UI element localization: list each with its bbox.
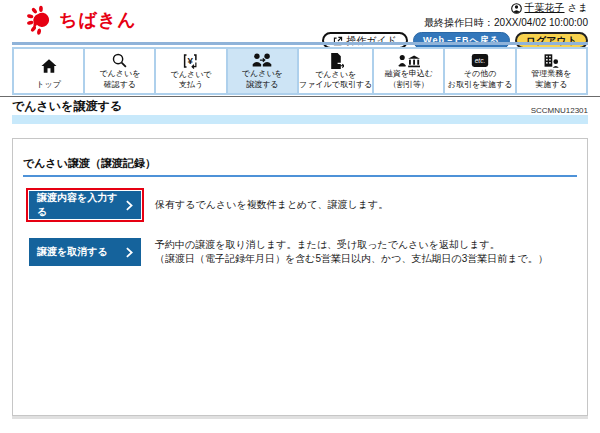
- bank-logo: ちばきん: [26, 5, 137, 35]
- cancel-transfer-label: 譲渡を取消する: [37, 245, 108, 259]
- svg-text:etc.: etc.: [475, 57, 486, 64]
- chevron-right-icon: [126, 247, 133, 258]
- etc-icon: etc.: [471, 52, 489, 69]
- nav-bottom-divider: [0, 96, 600, 97]
- input-transfer-details-label: 譲渡内容を入力する: [37, 191, 126, 219]
- page-title: でんさいを譲渡する: [12, 98, 122, 115]
- user-line: 千葉花子 さま: [511, 1, 588, 15]
- action-description: 保有するでんさいを複数件まとめて、譲渡します。: [155, 198, 388, 213]
- section-title: でんさい譲渡（譲渡記録）: [23, 156, 577, 177]
- nav-label: 融資を申込む（割引等）: [385, 69, 433, 90]
- header: ちばきん 千葉花子 さま 最終操作日時：20XX/04/02 10:00:00: [0, 0, 600, 42]
- subtitle-bar: [12, 115, 588, 124]
- header-divider: [12, 42, 588, 45]
- bank-name: ちばきん: [59, 8, 137, 32]
- action-row-input-transfer: 譲渡内容を入力する 保有するでんさいを複数件まとめて、譲渡します。: [26, 188, 573, 222]
- nav-item-confirm-densai[interactable]: でんさいを確認する: [83, 49, 154, 93]
- logout-label: ログアウト: [526, 34, 577, 48]
- loan-bank-icon: [398, 52, 420, 69]
- nav-item-other-transactions[interactable]: etc. その他のお取引を実施する: [443, 49, 514, 93]
- nav-label: 管理業務を実施する: [531, 69, 571, 90]
- input-transfer-details-button[interactable]: 譲渡内容を入力する: [29, 191, 141, 219]
- nav-label: でんさいを譲渡する: [242, 69, 283, 90]
- search-icon: [111, 52, 128, 69]
- chevron-right-icon: [126, 200, 133, 211]
- page-title-row: でんさいを譲渡する SCCMNU12301: [12, 98, 588, 115]
- svg-text:¥: ¥: [188, 55, 194, 66]
- plain-frame: 譲渡を取消する: [26, 235, 144, 269]
- last-operation-datetime: 最終操作日時：20XX/04/02 10:00:00: [424, 16, 588, 30]
- nav-label: トップ: [36, 80, 61, 90]
- main-nav: トップ でんさいを確認する ¥ でんさいで支払う: [12, 47, 588, 95]
- operation-guide-label: 操作ガイド: [346, 34, 397, 48]
- nav-label: でんさいで支払う: [171, 70, 212, 91]
- building-person-icon: [543, 52, 560, 69]
- person-icon: [511, 3, 522, 14]
- nav-item-transfer-densai[interactable]: でんさいを譲渡する: [226, 49, 297, 93]
- nav-label: でんさいを確認する: [99, 69, 140, 90]
- nav-item-pay-with-densai[interactable]: ¥ でんさいで支払う: [154, 49, 225, 93]
- file-transfer-icon: [328, 52, 344, 70]
- user-suffix: さま: [568, 1, 588, 15]
- nav-label: その他のお取引を実施する: [448, 69, 513, 90]
- user-name-link[interactable]: 千葉花子: [525, 1, 565, 15]
- nav-item-admin-tasks[interactable]: 管理業務を実施する: [515, 49, 586, 93]
- back-to-web-eb-label: Web－EBへ戻る: [423, 34, 500, 47]
- nav-label: でんさいをファイルで取引する: [299, 70, 372, 91]
- screen-code: SCCMNU12301: [531, 106, 588, 115]
- people-transfer-icon: [251, 52, 273, 69]
- home-icon: [40, 52, 58, 80]
- highlight-frame: 譲渡内容を入力する: [26, 188, 144, 222]
- nav-item-top[interactable]: トップ: [14, 49, 83, 93]
- action-description: 予約中の譲渡を取り消します。または、受け取ったでんさいを返却します。 （譲渡日（…: [155, 238, 548, 267]
- cancel-transfer-button[interactable]: 譲渡を取消する: [29, 238, 141, 266]
- action-row-cancel-transfer: 譲渡を取消する 予約中の譲渡を取り消します。または、受け取ったでんさいを返却しま…: [26, 235, 573, 269]
- nav-item-apply-loan[interactable]: 融資を申込む（割引等）: [372, 49, 443, 93]
- chibagin-sunburst-icon: [26, 5, 54, 35]
- densai-banking-screen: ちばきん 千葉花子 さま 最終操作日時：20XX/04/02 10:00:00: [0, 0, 600, 433]
- nav-item-densai-file-transaction[interactable]: でんさいをファイルで取引する: [297, 49, 372, 93]
- content-box: でんさい譲渡（譲渡記録） 譲渡内容を入力する 保有するでんさいを複数件まとめて、…: [12, 138, 588, 416]
- yen-document-icon: ¥: [182, 52, 200, 70]
